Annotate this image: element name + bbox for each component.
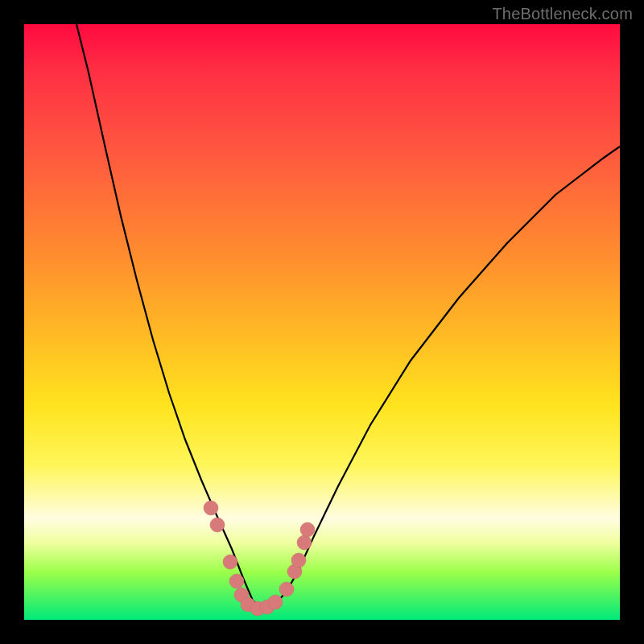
outer-frame: TheBottleneck.com (0, 0, 644, 644)
curve-marker (279, 582, 294, 597)
plot-area (24, 24, 620, 620)
curve-marker (229, 574, 244, 588)
curve-marker (291, 553, 306, 568)
curve-marker (223, 555, 237, 569)
chart-svg (24, 24, 620, 620)
curve-marker (210, 518, 225, 532)
watermark-text: TheBottleneck.com (492, 5, 633, 23)
curve-marker (204, 501, 218, 515)
curve-marker (297, 535, 312, 550)
bottleneck-curve (76, 24, 620, 609)
curve-marker (300, 522, 315, 537)
curve-marker (268, 595, 283, 609)
marker-group (204, 501, 315, 616)
